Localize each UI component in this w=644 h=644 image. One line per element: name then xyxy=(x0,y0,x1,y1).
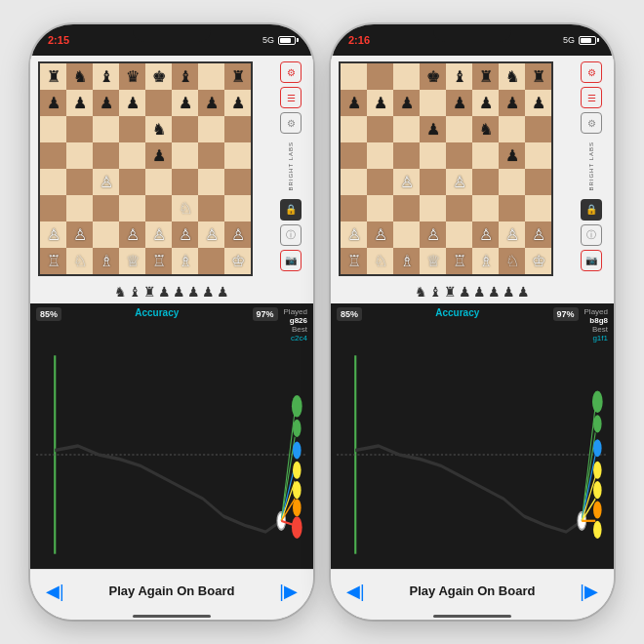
prev-arrow-2[interactable]: ◀| xyxy=(346,581,365,602)
menu-icon-1[interactable]: ☰ xyxy=(280,87,302,108)
cell xyxy=(119,142,145,169)
prev-arrow-1[interactable]: ◀| xyxy=(46,581,64,602)
best-label-1: Best xyxy=(292,325,307,334)
settings-icon-2[interactable]: ⚙ xyxy=(581,61,602,83)
battery-icon-2 xyxy=(579,36,596,45)
cell xyxy=(367,169,393,195)
piece-2: ♝ xyxy=(129,284,141,300)
piece-b1: ♞ xyxy=(415,284,427,300)
cell: ♙ xyxy=(145,221,172,248)
svg-point-12 xyxy=(293,462,302,479)
settings-icon-1[interactable]: ⚙ xyxy=(280,61,302,83)
network-2: 5G xyxy=(563,35,575,45)
cell: ♟ xyxy=(40,90,66,116)
cell: ♙ xyxy=(341,221,367,248)
cell xyxy=(224,116,251,142)
cell xyxy=(446,195,472,221)
cell xyxy=(367,142,393,169)
cell: ♖ xyxy=(446,248,472,274)
cell xyxy=(341,116,367,142)
cell: ♟ xyxy=(145,142,172,169)
camera-icon-2[interactable]: 📷 xyxy=(581,250,602,271)
cell xyxy=(393,142,420,169)
next-arrow-2[interactable]: |▶ xyxy=(580,581,598,602)
cell: ♞ xyxy=(472,116,499,142)
cell: ♙ xyxy=(40,221,66,248)
piece-7: ♟ xyxy=(202,284,215,300)
cell: ♖ xyxy=(40,248,66,274)
gear-icon-1[interactable]: ⚙ xyxy=(280,112,302,134)
notch-2 xyxy=(433,24,511,42)
piece-6: ♟ xyxy=(187,284,200,300)
cell xyxy=(420,142,446,169)
piece-4: ♟ xyxy=(158,284,171,300)
gear-icon-2[interactable]: ⚙ xyxy=(581,112,602,134)
cell: ♙ xyxy=(198,221,224,248)
best-move-2: g1f1 xyxy=(592,334,608,342)
cell: ♜ xyxy=(525,63,551,90)
status-time-2: 2:16 xyxy=(348,34,370,46)
cell: ♘ xyxy=(499,248,525,274)
cell: ♟ xyxy=(446,90,472,116)
info-icon-2[interactable]: ⓘ xyxy=(581,224,602,246)
cell: ♝ xyxy=(93,63,119,90)
graph-area-1 xyxy=(36,344,307,565)
svg-point-28 xyxy=(593,462,602,479)
svg-point-15 xyxy=(292,516,302,539)
cell xyxy=(393,63,420,90)
svg-point-11 xyxy=(293,441,302,459)
cell xyxy=(420,169,446,195)
graph-area-2 xyxy=(337,344,608,565)
cell xyxy=(198,116,224,142)
cell: ♙ xyxy=(393,169,420,195)
lock-icon-1[interactable]: 🔒 xyxy=(280,199,302,221)
cell xyxy=(93,195,119,221)
bottom-bar-1: ◀| Play Again On Board |▶ xyxy=(30,569,313,612)
camera-icon-1[interactable]: 📷 xyxy=(280,250,302,271)
cell xyxy=(172,169,198,195)
cell xyxy=(472,142,499,169)
piece-5: ♟ xyxy=(173,284,185,300)
info-icon-1[interactable]: ⓘ xyxy=(280,224,302,246)
svg-line-20 xyxy=(582,432,595,520)
next-arrow-1[interactable]: |▶ xyxy=(279,581,298,602)
phone-2: 2:16 5G ♚♝♜♞♜♟♟♟♟♟♟♟♟♞♟♙♙♙♙♙♙♙♙♖♘♗♕♖♗♘♔ … xyxy=(331,24,614,620)
status-right-1: 5G xyxy=(262,35,296,45)
cell xyxy=(499,195,525,221)
home-indicator-2 xyxy=(331,612,614,620)
cell: ♟ xyxy=(525,90,551,116)
cell: ♙ xyxy=(367,221,393,248)
menu-icon-2[interactable]: ☰ xyxy=(581,87,602,108)
left-accuracy-1: 85% xyxy=(36,307,61,321)
cell xyxy=(198,142,224,169)
battery-icon-1 xyxy=(278,36,296,45)
battery-fill-2 xyxy=(581,38,591,43)
cell: ♟ xyxy=(341,90,367,116)
cell xyxy=(341,169,367,195)
cell: ♟ xyxy=(172,90,198,116)
cell xyxy=(525,116,551,142)
svg-point-29 xyxy=(593,481,602,499)
accuracy-header-1: 85% Accuracy 97% Played g826 Best c2c4 xyxy=(36,307,307,342)
cell: ♟ xyxy=(198,90,224,116)
cell: ♔ xyxy=(224,248,251,274)
cell xyxy=(66,195,93,221)
cell: ♙ xyxy=(119,221,145,248)
cell: ♝ xyxy=(172,63,198,90)
lock-icon-2[interactable]: 🔒 xyxy=(581,199,602,221)
cell xyxy=(224,142,251,169)
phone-2-content: ♚♝♜♞♜♟♟♟♟♟♟♟♟♞♟♙♙♙♙♙♙♙♙♖♘♗♕♖♗♘♔ ⚙ ☰ ⚙ BR… xyxy=(331,56,614,569)
play-again-btn-2[interactable]: Play Again On Board xyxy=(410,584,536,598)
phones-container: 2:15 5G ♜♞♝♛♚♝♜♟♟♟♟♟♟♟♞♟♙♘♙♙♙♙♙♙♙♖♘♗♕♖♗♔… xyxy=(11,5,633,639)
piece-3: ♜ xyxy=(143,284,156,300)
play-again-btn-1[interactable]: Play Again On Board xyxy=(109,584,235,598)
cell: ♙ xyxy=(525,221,551,248)
piece-b6: ♟ xyxy=(488,284,501,300)
cell: ♟ xyxy=(499,90,525,116)
chess-sidebar-2: ⚙ ☰ ⚙ BRIGHT LABS 🔒 ⓘ 📷 xyxy=(577,61,606,271)
cell xyxy=(172,142,198,169)
cell xyxy=(198,195,224,221)
cell: ♜ xyxy=(40,63,66,90)
cell xyxy=(446,221,472,248)
played-info-1: Played g826 Best c2c4 xyxy=(284,307,307,342)
